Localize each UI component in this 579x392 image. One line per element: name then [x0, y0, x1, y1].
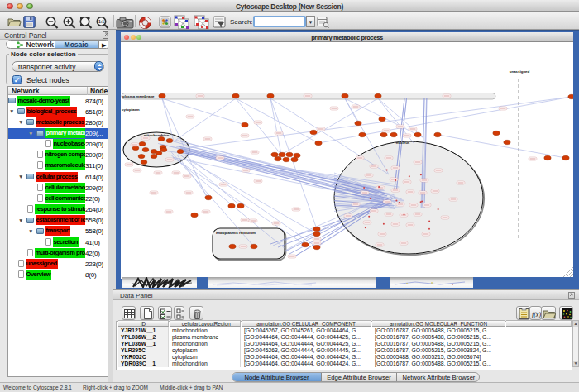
svg-text:1:1: 1:1: [98, 19, 104, 24]
svg-text:endoplasmic reticulum: endoplasmic reticulum: [216, 231, 256, 235]
svg-text:f(x): f(x): [531, 310, 540, 318]
svg-text:cytoplasm: cytoplasm: [122, 108, 140, 112]
svg-text:nucleus: nucleus: [396, 141, 410, 145]
svg-text:unassigned: unassigned: [510, 69, 530, 74]
svg-text:mitochondrion: mitochondrion: [144, 133, 170, 137]
svg-text:plasma membrane: plasma membrane: [122, 94, 155, 98]
